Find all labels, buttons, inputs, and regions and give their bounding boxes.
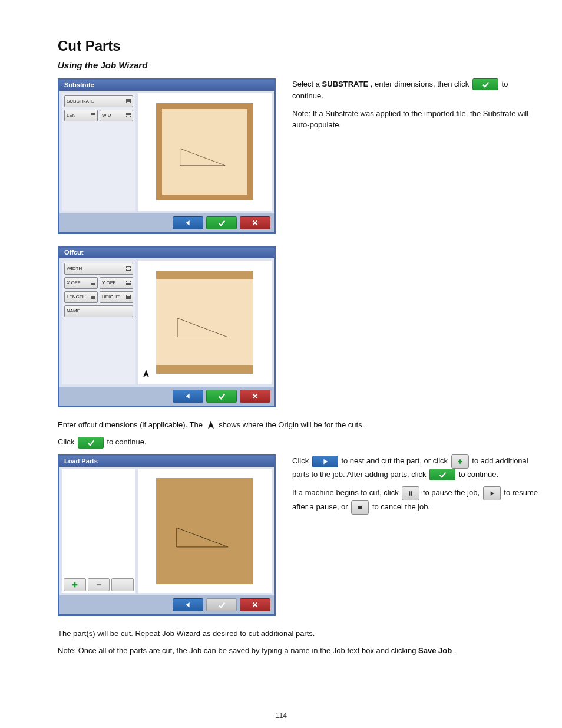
length-field-label: LEN bbox=[67, 112, 76, 119]
svg-marker-0 bbox=[180, 149, 226, 166]
step7-text: Enter offcut dimensions (if applicable).… bbox=[58, 419, 515, 449]
svg-rect-21 bbox=[411, 491, 412, 496]
orientation-icon bbox=[141, 369, 151, 382]
offcut-yoff-label: Y OFF bbox=[102, 279, 115, 286]
play-icon bbox=[312, 456, 338, 467]
confirm-icon bbox=[472, 78, 498, 90]
offcut-length-field[interactable]: LENGTH bbox=[64, 291, 98, 303]
pause-icon bbox=[402, 486, 419, 500]
loadparts-dialog-footer bbox=[59, 595, 274, 614]
cancel-button[interactable] bbox=[240, 216, 270, 229]
back-button[interactable] bbox=[173, 216, 203, 229]
offcut-dialog-footer bbox=[59, 387, 274, 406]
page-subtitle: Using the Job Wizard bbox=[58, 59, 538, 73]
loadparts-side-panel bbox=[62, 469, 135, 593]
loadparts-preview bbox=[138, 469, 272, 593]
svg-marker-1 bbox=[186, 220, 190, 225]
loadparts-dialog: Load Parts bbox=[58, 454, 276, 616]
step8-p1d: to continue. bbox=[459, 470, 498, 479]
add-part-button[interactable] bbox=[64, 578, 86, 591]
substrate-dialog-footer bbox=[59, 213, 274, 232]
substrate-frame bbox=[156, 103, 253, 200]
footer-p2a: Note: Once all of the parts are cut, the… bbox=[58, 646, 418, 655]
footer-p1: The part(s) will be cut. Repeat Job Wiza… bbox=[58, 628, 515, 640]
cancel-button[interactable] bbox=[240, 390, 270, 403]
wedge-shape bbox=[176, 525, 229, 550]
svg-marker-14 bbox=[186, 602, 190, 607]
substrate-field[interactable]: SUBSTRATE bbox=[64, 95, 133, 107]
offcut-name-field[interactable]: NAME bbox=[64, 305, 133, 317]
step6-text: Select a SUBSTRATE , enter dimensions, t… bbox=[282, 78, 538, 137]
remove-part-button[interactable] bbox=[88, 578, 110, 591]
svg-marker-22 bbox=[490, 491, 494, 496]
step8-text: Click to nest and cut the part, or click… bbox=[282, 454, 538, 521]
svg-marker-5 bbox=[143, 370, 149, 377]
width-field[interactable]: WID bbox=[100, 110, 133, 121]
offcut-side-panel: WIDTH X OFF Y OFF bbox=[62, 261, 135, 384]
spinner-icon bbox=[126, 113, 131, 117]
step7-p2a: Click bbox=[58, 437, 77, 446]
step8-p2d: to cancel the job. bbox=[372, 503, 430, 512]
spinner-icon bbox=[91, 295, 95, 299]
spinner-icon bbox=[91, 113, 95, 117]
loadparts-frame bbox=[156, 478, 253, 584]
back-button[interactable] bbox=[173, 598, 203, 611]
step7-p1a: Enter offcut dimensions (if applicable).… bbox=[58, 420, 205, 429]
svg-marker-13 bbox=[177, 528, 228, 547]
offcut-dialog-title: Offcut bbox=[59, 248, 274, 258]
back-button[interactable] bbox=[173, 390, 203, 403]
cancel-button[interactable] bbox=[240, 598, 270, 611]
step7-p1b: shows where the Origin will be for the c… bbox=[219, 420, 364, 429]
loadparts-dialog-title: Load Parts bbox=[59, 456, 274, 467]
dropdown-icon bbox=[126, 99, 131, 103]
substrate-field-label: SUBSTRATE bbox=[67, 98, 94, 105]
svg-marker-9 bbox=[208, 421, 214, 429]
step8-p2b: to pause the job, bbox=[423, 489, 482, 498]
spinner-icon bbox=[126, 266, 131, 271]
confirm-button[interactable] bbox=[206, 216, 237, 229]
step8-p1a: Click bbox=[292, 456, 311, 465]
wedge-shape bbox=[176, 317, 229, 338]
offcut-height-label: HEIGHT bbox=[102, 294, 120, 301]
step8-p2a: If a machine begins to cut, click bbox=[292, 489, 401, 498]
offcut-length-label: LENGTH bbox=[67, 294, 85, 301]
svg-marker-6 bbox=[186, 393, 190, 398]
width-field-label: WID bbox=[102, 112, 111, 119]
substrate-preview bbox=[138, 93, 272, 211]
stop-icon bbox=[351, 500, 369, 515]
svg-marker-4 bbox=[177, 318, 227, 337]
loadparts-btn-row bbox=[62, 577, 135, 593]
offcut-width-label: WIDTH bbox=[67, 265, 82, 272]
confirm-button-disabled bbox=[206, 598, 237, 611]
orientation-icon bbox=[206, 420, 216, 430]
svg-marker-17 bbox=[323, 459, 328, 464]
confirm-icon bbox=[78, 437, 104, 449]
footer-text: The part(s) will be cut. Repeat Job Wiza… bbox=[58, 628, 515, 657]
svg-rect-23 bbox=[358, 506, 362, 509]
offcut-name-label: NAME bbox=[67, 308, 80, 315]
spinner-icon bbox=[126, 295, 131, 299]
footer-key: Save Job bbox=[418, 646, 452, 655]
step8-p1b: to nest and cut the part, or click bbox=[341, 456, 449, 465]
offcut-preview bbox=[138, 261, 272, 384]
length-field[interactable]: LEN bbox=[64, 110, 98, 121]
add-icon bbox=[451, 454, 469, 469]
wedge-shape bbox=[179, 147, 226, 167]
step6-p1b: , enter dimensions, then click bbox=[371, 80, 471, 88]
offcut-width-field[interactable]: WIDTH bbox=[64, 263, 133, 275]
resume-icon bbox=[483, 486, 501, 500]
spinner-icon bbox=[91, 281, 95, 285]
substrate-dialog: Substrate SUBSTRATE LEN bbox=[58, 78, 276, 234]
step7-p2b: to continue. bbox=[107, 437, 146, 446]
confirm-button[interactable] bbox=[206, 390, 237, 403]
offcut-xoff-field[interactable]: X OFF bbox=[64, 277, 98, 289]
step6-key: SUBSTRATE bbox=[322, 80, 368, 88]
offcut-yoff-field[interactable]: Y OFF bbox=[100, 277, 133, 289]
offcut-frame bbox=[156, 271, 253, 374]
offcut-height-field[interactable]: HEIGHT bbox=[100, 291, 133, 303]
blank-button[interactable] bbox=[111, 578, 134, 591]
step6-p1a: Select a bbox=[292, 80, 322, 88]
offcut-dialog: Offcut WIDTH X OFF bbox=[58, 246, 276, 407]
substrate-side-panel: SUBSTRATE LEN WID bbox=[62, 93, 135, 211]
offcut-xoff-label: X OFF bbox=[67, 279, 81, 286]
